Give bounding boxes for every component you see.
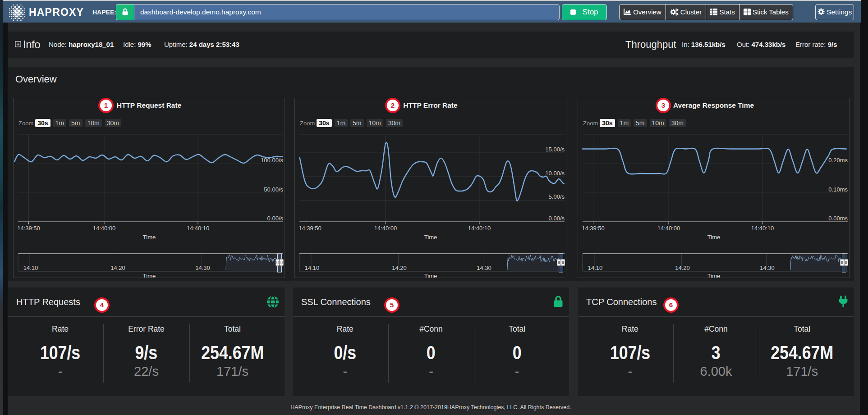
svg-text:14:30: 14:30: [195, 265, 210, 271]
svg-text:Time: Time: [143, 273, 156, 278]
svg-text:5.00/s: 5.00/s: [549, 193, 565, 200]
svg-text:0.00ms: 0.00ms: [828, 215, 848, 222]
svg-text:Time: Time: [707, 273, 720, 278]
svg-text:14:40:00: 14:40:00: [93, 225, 116, 232]
svg-text:14:39:50: 14:39:50: [582, 225, 605, 232]
svg-text:14:20: 14:20: [110, 265, 125, 271]
svg-text:14:30: 14:30: [760, 265, 775, 271]
svg-text:0.00/s: 0.00/s: [549, 215, 565, 222]
svg-text:100.00/s: 100.00/s: [261, 157, 283, 164]
svg-text:Time: Time: [143, 234, 156, 241]
svg-text:14:10: 14:10: [588, 265, 603, 271]
svg-text:15.00/s: 15.00/s: [545, 146, 565, 153]
svg-text:14:40:00: 14:40:00: [657, 225, 680, 232]
svg-text:Time: Time: [707, 234, 720, 241]
svg-text:14:40:10: 14:40:10: [751, 225, 774, 232]
svg-text:14:40:00: 14:40:00: [374, 225, 397, 232]
svg-text:14:10: 14:10: [23, 265, 38, 271]
svg-text:0.20ms: 0.20ms: [828, 157, 848, 164]
svg-text:50.00/s: 50.00/s: [264, 186, 283, 193]
svg-text:0.10ms: 0.10ms: [828, 186, 848, 193]
svg-text:14:39:50: 14:39:50: [299, 225, 321, 232]
svg-text:14:40:10: 14:40:10: [468, 225, 491, 232]
svg-text:0.00/s: 0.00/s: [267, 215, 284, 222]
svg-text:14:20: 14:20: [392, 265, 407, 271]
svg-text:Time: Time: [424, 273, 437, 278]
svg-text:14:30: 14:30: [477, 265, 491, 271]
svg-text:14:39:50: 14:39:50: [17, 225, 40, 232]
svg-text:10.00/s: 10.00/s: [545, 170, 565, 177]
svg-text:Time: Time: [424, 234, 437, 241]
svg-text:14:40:10: 14:40:10: [187, 225, 210, 232]
svg-text:14:10: 14:10: [305, 265, 320, 271]
svg-text:14:20: 14:20: [675, 265, 690, 271]
